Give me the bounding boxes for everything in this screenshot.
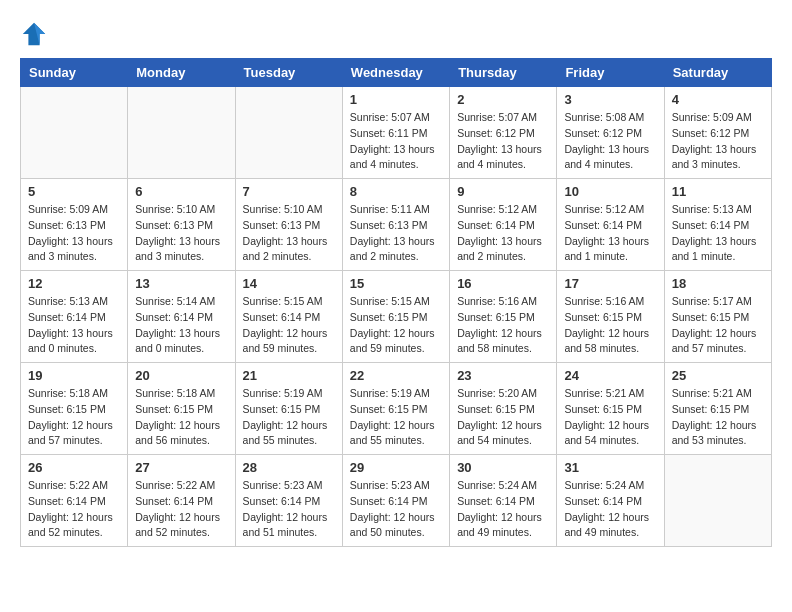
weekday-header-sunday: Sunday [21,59,128,87]
calendar-cell: 17Sunrise: 5:16 AM Sunset: 6:15 PM Dayli… [557,271,664,363]
calendar-table: SundayMondayTuesdayWednesdayThursdayFrid… [20,58,772,547]
day-number: 10 [564,184,656,199]
weekday-header-saturday: Saturday [664,59,771,87]
calendar-cell: 28Sunrise: 5:23 AM Sunset: 6:14 PM Dayli… [235,455,342,547]
day-info: Sunrise: 5:22 AM Sunset: 6:14 PM Dayligh… [28,478,120,541]
week-row-2: 5Sunrise: 5:09 AM Sunset: 6:13 PM Daylig… [21,179,772,271]
day-number: 23 [457,368,549,383]
calendar-cell: 31Sunrise: 5:24 AM Sunset: 6:14 PM Dayli… [557,455,664,547]
calendar-cell: 2Sunrise: 5:07 AM Sunset: 6:12 PM Daylig… [450,87,557,179]
day-number: 28 [243,460,335,475]
calendar-cell: 21Sunrise: 5:19 AM Sunset: 6:15 PM Dayli… [235,363,342,455]
day-number: 19 [28,368,120,383]
day-info: Sunrise: 5:15 AM Sunset: 6:15 PM Dayligh… [350,294,442,357]
day-number: 13 [135,276,227,291]
weekday-header-row: SundayMondayTuesdayWednesdayThursdayFrid… [21,59,772,87]
day-number: 16 [457,276,549,291]
day-info: Sunrise: 5:23 AM Sunset: 6:14 PM Dayligh… [243,478,335,541]
calendar-cell: 10Sunrise: 5:12 AM Sunset: 6:14 PM Dayli… [557,179,664,271]
day-info: Sunrise: 5:09 AM Sunset: 6:12 PM Dayligh… [672,110,764,173]
weekday-header-wednesday: Wednesday [342,59,449,87]
day-number: 22 [350,368,442,383]
day-info: Sunrise: 5:08 AM Sunset: 6:12 PM Dayligh… [564,110,656,173]
logo-icon [20,20,48,48]
day-info: Sunrise: 5:16 AM Sunset: 6:15 PM Dayligh… [564,294,656,357]
calendar-cell: 4Sunrise: 5:09 AM Sunset: 6:12 PM Daylig… [664,87,771,179]
day-number: 1 [350,92,442,107]
day-number: 20 [135,368,227,383]
day-info: Sunrise: 5:24 AM Sunset: 6:14 PM Dayligh… [457,478,549,541]
calendar-cell [128,87,235,179]
day-number: 8 [350,184,442,199]
day-info: Sunrise: 5:23 AM Sunset: 6:14 PM Dayligh… [350,478,442,541]
day-number: 5 [28,184,120,199]
calendar-cell: 12Sunrise: 5:13 AM Sunset: 6:14 PM Dayli… [21,271,128,363]
calendar-cell: 14Sunrise: 5:15 AM Sunset: 6:14 PM Dayli… [235,271,342,363]
weekday-header-monday: Monday [128,59,235,87]
day-number: 6 [135,184,227,199]
calendar-cell: 16Sunrise: 5:16 AM Sunset: 6:15 PM Dayli… [450,271,557,363]
day-number: 7 [243,184,335,199]
day-number: 4 [672,92,764,107]
day-number: 18 [672,276,764,291]
day-number: 24 [564,368,656,383]
day-info: Sunrise: 5:24 AM Sunset: 6:14 PM Dayligh… [564,478,656,541]
calendar-cell: 30Sunrise: 5:24 AM Sunset: 6:14 PM Dayli… [450,455,557,547]
day-info: Sunrise: 5:19 AM Sunset: 6:15 PM Dayligh… [243,386,335,449]
day-number: 9 [457,184,549,199]
day-info: Sunrise: 5:17 AM Sunset: 6:15 PM Dayligh… [672,294,764,357]
weekday-header-thursday: Thursday [450,59,557,87]
calendar-cell [664,455,771,547]
day-number: 25 [672,368,764,383]
calendar-cell: 15Sunrise: 5:15 AM Sunset: 6:15 PM Dayli… [342,271,449,363]
day-number: 12 [28,276,120,291]
calendar-cell [235,87,342,179]
calendar-cell: 8Sunrise: 5:11 AM Sunset: 6:13 PM Daylig… [342,179,449,271]
calendar-cell: 3Sunrise: 5:08 AM Sunset: 6:12 PM Daylig… [557,87,664,179]
calendar-cell: 19Sunrise: 5:18 AM Sunset: 6:15 PM Dayli… [21,363,128,455]
week-row-1: 1Sunrise: 5:07 AM Sunset: 6:11 PM Daylig… [21,87,772,179]
day-number: 17 [564,276,656,291]
calendar-cell: 9Sunrise: 5:12 AM Sunset: 6:14 PM Daylig… [450,179,557,271]
weekday-header-tuesday: Tuesday [235,59,342,87]
weekday-header-friday: Friday [557,59,664,87]
calendar-cell: 22Sunrise: 5:19 AM Sunset: 6:15 PM Dayli… [342,363,449,455]
day-info: Sunrise: 5:19 AM Sunset: 6:15 PM Dayligh… [350,386,442,449]
page-header [20,20,772,48]
day-info: Sunrise: 5:14 AM Sunset: 6:14 PM Dayligh… [135,294,227,357]
week-row-3: 12Sunrise: 5:13 AM Sunset: 6:14 PM Dayli… [21,271,772,363]
day-number: 14 [243,276,335,291]
day-info: Sunrise: 5:13 AM Sunset: 6:14 PM Dayligh… [28,294,120,357]
calendar-cell: 27Sunrise: 5:22 AM Sunset: 6:14 PM Dayli… [128,455,235,547]
day-info: Sunrise: 5:09 AM Sunset: 6:13 PM Dayligh… [28,202,120,265]
calendar-cell: 23Sunrise: 5:20 AM Sunset: 6:15 PM Dayli… [450,363,557,455]
calendar-cell: 20Sunrise: 5:18 AM Sunset: 6:15 PM Dayli… [128,363,235,455]
day-info: Sunrise: 5:10 AM Sunset: 6:13 PM Dayligh… [243,202,335,265]
day-info: Sunrise: 5:18 AM Sunset: 6:15 PM Dayligh… [135,386,227,449]
calendar-cell: 11Sunrise: 5:13 AM Sunset: 6:14 PM Dayli… [664,179,771,271]
day-info: Sunrise: 5:18 AM Sunset: 6:15 PM Dayligh… [28,386,120,449]
day-number: 27 [135,460,227,475]
day-info: Sunrise: 5:20 AM Sunset: 6:15 PM Dayligh… [457,386,549,449]
day-number: 11 [672,184,764,199]
day-info: Sunrise: 5:07 AM Sunset: 6:12 PM Dayligh… [457,110,549,173]
day-info: Sunrise: 5:10 AM Sunset: 6:13 PM Dayligh… [135,202,227,265]
day-info: Sunrise: 5:12 AM Sunset: 6:14 PM Dayligh… [564,202,656,265]
calendar-cell: 29Sunrise: 5:23 AM Sunset: 6:14 PM Dayli… [342,455,449,547]
calendar-cell: 6Sunrise: 5:10 AM Sunset: 6:13 PM Daylig… [128,179,235,271]
day-number: 30 [457,460,549,475]
day-info: Sunrise: 5:21 AM Sunset: 6:15 PM Dayligh… [672,386,764,449]
week-row-4: 19Sunrise: 5:18 AM Sunset: 6:15 PM Dayli… [21,363,772,455]
calendar-cell: 24Sunrise: 5:21 AM Sunset: 6:15 PM Dayli… [557,363,664,455]
day-number: 21 [243,368,335,383]
calendar-cell: 5Sunrise: 5:09 AM Sunset: 6:13 PM Daylig… [21,179,128,271]
day-info: Sunrise: 5:07 AM Sunset: 6:11 PM Dayligh… [350,110,442,173]
calendar-cell: 18Sunrise: 5:17 AM Sunset: 6:15 PM Dayli… [664,271,771,363]
calendar-cell: 1Sunrise: 5:07 AM Sunset: 6:11 PM Daylig… [342,87,449,179]
logo [20,20,52,48]
calendar-cell: 7Sunrise: 5:10 AM Sunset: 6:13 PM Daylig… [235,179,342,271]
calendar-cell: 13Sunrise: 5:14 AM Sunset: 6:14 PM Dayli… [128,271,235,363]
calendar-cell: 26Sunrise: 5:22 AM Sunset: 6:14 PM Dayli… [21,455,128,547]
day-info: Sunrise: 5:13 AM Sunset: 6:14 PM Dayligh… [672,202,764,265]
day-number: 3 [564,92,656,107]
